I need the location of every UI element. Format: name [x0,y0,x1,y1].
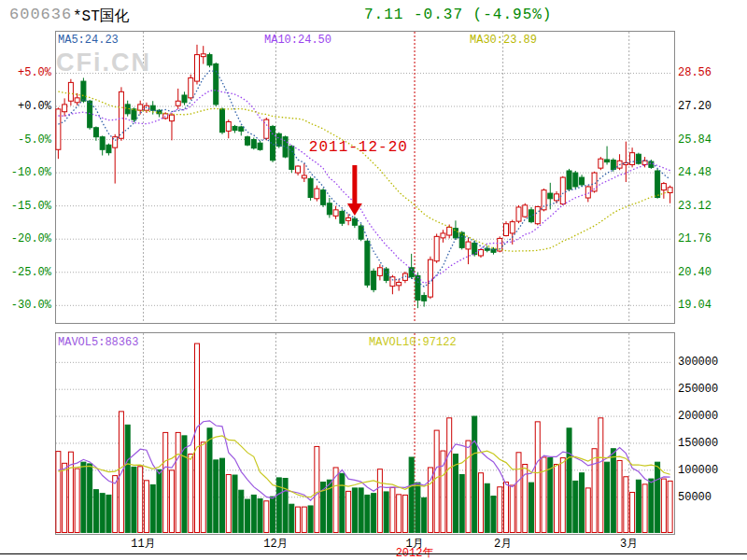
candle-body [100,137,105,150]
volume-bar [359,488,363,533]
price-tick-label: 19.04 [678,299,712,312]
candle-body [333,210,338,217]
candle-body [68,82,73,101]
percent-tick-label: -15.0% [1,200,51,213]
candle-body [599,159,603,168]
volume-bar [503,483,508,533]
volume-bar [246,499,250,532]
mavol-legend-label: MAVOL5:88363 [58,336,138,349]
volume-bar [226,474,231,532]
volume-bar [113,476,118,533]
ma-legend-label: MA10:24.50 [264,34,331,47]
price-tick-label: 27.20 [678,100,712,113]
mavol-legend-label: MAVOL10:97122 [369,336,457,349]
volume-bar [125,425,130,532]
candle-body [580,177,585,185]
volume-bar [560,458,565,533]
volume-bar [233,475,237,532]
candle-body [88,101,92,127]
candle-body [302,175,306,178]
volume-bar [81,462,86,532]
watermark-logo: CFi.CN [56,49,151,77]
volume-bar [510,485,514,532]
candle-body [75,98,79,103]
ma-legend-label: MA30:23.89 [470,34,537,47]
stock-chart-window: 600636 *ST国化 7.11 -0.37 (-4.95%) CFi.CN … [0,0,747,560]
candle-body [144,105,148,110]
volume-tick-label: 300000 [678,356,718,369]
candle-body [201,54,205,57]
volume-bar [390,487,395,532]
candle-body [327,203,331,215]
volume-bar [308,506,313,533]
volume-bar [580,473,585,533]
candle-body [523,205,528,217]
candle-body [119,91,123,138]
volume-bar [56,452,61,533]
candle-body [510,222,514,233]
volume-bar [630,493,635,533]
percent-tick-label: -20.0% [1,232,51,245]
volume-bar [138,467,143,533]
candle-body [434,236,439,260]
candle-body [315,189,319,199]
volume-bar [434,430,439,532]
volume-bar [642,484,647,533]
volume-bar [372,494,376,533]
candle-body [630,153,635,165]
ma5-line [58,71,669,287]
candle-body [93,128,98,137]
candle-body [567,171,571,189]
volume-bar [100,494,105,533]
volume-bar [478,473,483,533]
candle-body [189,77,193,97]
candle-body [390,277,395,287]
candle-body [466,242,471,249]
mavol5-line [58,421,669,500]
candle-body [397,282,402,285]
candle-body [503,224,508,236]
volume-bar [150,484,155,532]
month-label: 3月 [620,536,638,552]
candle-body [106,145,111,152]
candle-body [548,193,553,199]
candle-body [220,109,225,133]
volume-bar [624,477,628,533]
candle-body [182,95,187,103]
percent-tick-label: -10.0% [1,166,51,179]
volume-bar [599,418,603,533]
candle-body [573,173,578,187]
volume-bar [189,455,193,533]
volume-bar [144,481,148,533]
volume-bar [409,457,414,533]
price-tick-label: 25.84 [678,133,712,147]
volume-bar [340,473,345,532]
volume-bar [283,479,288,533]
volume-bar [567,428,571,533]
volume-bar [611,449,615,533]
annotation-arrow-shaft [352,165,357,203]
volume-bar [169,470,174,533]
candle-body [516,207,521,221]
volume-bar [207,428,212,533]
percent-tick-label: +5.0% [1,66,51,79]
volume-bar [377,469,382,533]
candlestick-chart-svg [0,0,747,560]
candle-body [138,105,143,110]
volume-bar [485,483,489,532]
candle-body [132,109,136,119]
price-tick-label: 20.40 [678,266,712,279]
volume-bar [157,469,162,532]
candle-body [365,241,370,285]
percent-tick-label: -25.0% [1,266,51,279]
candle-body [207,55,212,65]
volume-bar [296,507,301,532]
volume-bar [75,469,79,532]
volume-bar [466,441,471,532]
volume-bar [605,462,610,532]
month-label: 11月 [131,536,155,552]
volume-tick-label: 100000 [678,464,718,477]
volume-bar [661,479,666,532]
volume-bar [302,507,306,532]
candle-body [372,271,376,289]
